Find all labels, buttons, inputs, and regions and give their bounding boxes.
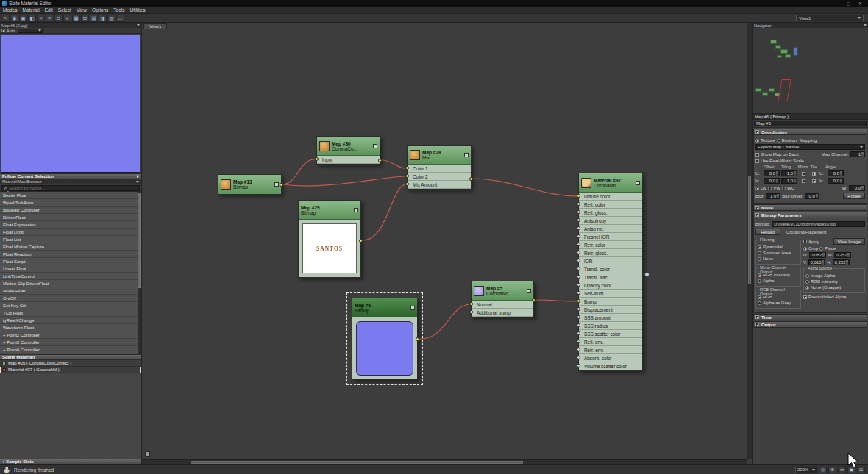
input-socket[interactable] (315, 157, 319, 161)
toolbar-icon[interactable]: ◧ (28, 15, 36, 22)
input-socket[interactable] (577, 202, 580, 206)
toolbar-icon[interactable]: ≡ (46, 15, 54, 22)
node-input-slot[interactable]: IOR (579, 257, 642, 265)
output-socket[interactable] (280, 183, 283, 187)
sample-slots-bar[interactable]: + Sample Slots (0, 459, 141, 464)
node-header[interactable]: Map #28 Mix (408, 146, 471, 165)
list-item[interactable]: TCB Float (0, 309, 141, 317)
input-socket[interactable] (577, 331, 580, 335)
collapse-node-button[interactable] (373, 144, 377, 148)
node-input-slot[interactable]: Refl. gloss. (579, 209, 642, 217)
menu-item[interactable]: View (77, 7, 87, 12)
input-socket[interactable] (405, 182, 409, 186)
view-frame-indicator[interactable] (778, 79, 791, 101)
list-item[interactable]: + Point4 Controller (0, 346, 141, 353)
toolbar-icon[interactable]: ▦ (72, 15, 80, 22)
input-socket[interactable] (577, 251, 580, 254)
material-output-socket[interactable] (644, 272, 650, 277)
rgb-radio[interactable] (758, 295, 761, 299)
environ-radio[interactable] (777, 139, 780, 143)
node-map5-coronanormal[interactable]: Map #5 CoronaNo... Normal (471, 281, 534, 317)
input-socket[interactable] (577, 243, 580, 246)
navigator-header[interactable]: Navigator (753, 23, 868, 28)
blur-offset-spinner[interactable]: 0,0 (805, 193, 819, 199)
list-item[interactable]: Float Reaction (0, 251, 141, 258)
node-input-slot[interactable]: SSS radius (579, 322, 642, 330)
blur-spinner[interactable]: 1,0 (766, 193, 780, 199)
node-input-slot[interactable]: Mix Amount (408, 181, 471, 189)
list-item[interactable]: Noise Float (0, 287, 141, 295)
list-item[interactable]: Biped SubAnim (0, 199, 141, 207)
alpha-radio[interactable] (758, 279, 761, 283)
view-tab[interactable]: View1 (143, 23, 167, 29)
pyramidal-radio[interactable] (758, 245, 761, 249)
input-socket[interactable] (577, 364, 580, 367)
menu-item[interactable]: Utilities (130, 7, 146, 12)
toolbar-icon[interactable]: ↖ (1, 15, 10, 22)
reload-button[interactable]: Reload (755, 229, 780, 235)
input-socket[interactable] (577, 275, 580, 279)
title-bar[interactable]: Slate Material Editor – ▢ ✕ (0, 0, 868, 7)
minimize-button[interactable]: – (831, 1, 842, 7)
search-input[interactable] (1, 185, 140, 191)
v-tiling-spinner[interactable]: 1,0 (781, 178, 797, 184)
scrollbar-thumb[interactable] (191, 461, 523, 464)
input-socket[interactable] (577, 234, 580, 238)
status-tool-icon[interactable]: ⊡ (857, 467, 865, 473)
crop-u-spinner[interactable]: 0,082 (809, 252, 826, 258)
crop-w-spinner[interactable]: 0,252 (834, 252, 851, 258)
active-view-dropdown[interactable]: View1 (796, 15, 864, 21)
node-input-slot[interactable]: Refl. env. (579, 338, 642, 346)
image-alpha-radio[interactable] (805, 274, 809, 278)
toolbar-icon[interactable]: ▤ (90, 15, 98, 22)
collapse-toggle-icon[interactable] (755, 213, 759, 217)
list-item[interactable]: Boolean Controller (0, 207, 141, 214)
noise-rollout-header[interactable]: Noise (753, 204, 867, 211)
node-input-slot[interactable]: Anisotropy (579, 217, 642, 225)
v-offset-spinner[interactable]: 0,0 (764, 178, 780, 184)
canvas-vertical-scrollbar[interactable] (747, 23, 752, 459)
toolbar-icon[interactable]: ⊟ (54, 15, 63, 22)
output-socket[interactable] (532, 298, 536, 302)
auto-update-radio[interactable] (1, 29, 5, 32)
input-socket[interactable] (577, 348, 580, 351)
node-input-slot[interactable]: SSS amount (579, 314, 642, 322)
input-socket[interactable] (577, 307, 580, 311)
input-socket[interactable] (577, 218, 580, 222)
output-rollout-header[interactable]: Output (753, 321, 867, 328)
show-map-on-back-checkbox[interactable] (755, 153, 759, 157)
node-map13-bitmap[interactable]: Map #13 Bitmap (218, 174, 282, 195)
v-angle-spinner[interactable]: 0,0 (828, 178, 844, 184)
use-real-world-scale-checkbox[interactable] (755, 159, 759, 163)
node-input-slot[interactable]: Absorb. color (579, 354, 642, 362)
list-item[interactable]: On/Off (0, 295, 141, 302)
output-socket[interactable] (469, 177, 473, 181)
v-mirror-checkbox[interactable] (802, 179, 805, 183)
u-mirror-checkbox[interactable] (802, 172, 805, 176)
scrollbar-thumb[interactable] (748, 176, 751, 285)
input-socket[interactable] (405, 174, 409, 178)
none-opaque-radio[interactable] (805, 286, 809, 290)
expand-toggle-icon[interactable] (755, 206, 759, 209)
node-header[interactable]: Material #37 CoronaMtl (579, 173, 642, 193)
output-socket[interactable] (359, 239, 363, 243)
rotate-button[interactable]: Rotate (843, 193, 865, 199)
node-input-slot[interactable]: Additional bump (472, 309, 533, 317)
navigator-minimap[interactable] (753, 28, 868, 113)
time-rollout-header[interactable]: Time (753, 314, 867, 320)
menu-item[interactable]: Tools (113, 7, 124, 12)
list-item[interactable]: Bezier Float (0, 192, 141, 199)
input-socket[interactable] (577, 315, 580, 319)
canvas-horizontal-scrollbar[interactable] (142, 459, 747, 464)
premultiplied-alpha-checkbox[interactable] (803, 295, 807, 299)
node-view-canvas[interactable]: View1 Map #13 (142, 23, 752, 464)
list-item[interactable]: DrivenFloat (0, 214, 141, 221)
expand-toggle-icon[interactable] (755, 315, 759, 319)
scene-materials-bar[interactable]: Scene Materials (0, 354, 141, 360)
list-item[interactable]: LinkTimeControl (0, 273, 141, 280)
alpha-as-gray-radio[interactable] (758, 301, 761, 305)
output-socket[interactable] (378, 159, 382, 162)
collapse-node-button[interactable] (464, 153, 469, 157)
u-tile-checkbox[interactable] (812, 172, 816, 176)
node-input-slot[interactable]: Fresnel IOR (579, 233, 642, 241)
